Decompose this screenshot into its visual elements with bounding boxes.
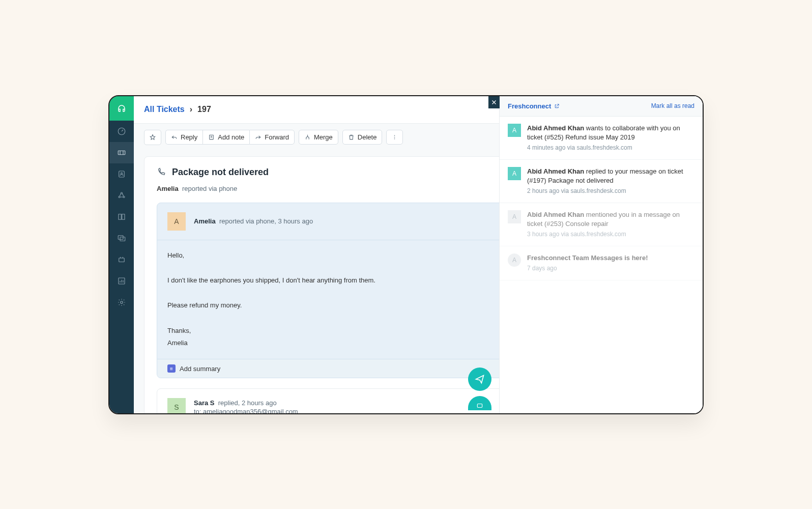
- svg-point-15: [394, 138, 395, 139]
- svg-rect-8: [120, 237, 125, 241]
- ticket-title: Package not delivered: [172, 167, 269, 178]
- avatar: A: [508, 167, 521, 180]
- robot-icon: [117, 255, 126, 264]
- notification-panel: Freshconnect Mark all as read AAbid Ahme…: [499, 96, 703, 413]
- sidebar: [109, 96, 134, 413]
- message-header: A Amelia reported via phone, 3 hours ago: [157, 203, 557, 240]
- notification-item[interactable]: AAbid Ahmed Khan mentioned you in a mess…: [500, 203, 703, 246]
- logo[interactable]: [109, 96, 134, 121]
- message-from: Amelia reported via phone, 3 hours ago: [194, 217, 313, 225]
- breadcrumb-id: 197: [197, 105, 211, 114]
- notification-title[interactable]: Freshconnect: [508, 102, 560, 110]
- note-icon: [208, 134, 215, 140]
- nav-settings[interactable]: [109, 292, 134, 313]
- notification-text: Freshconnect Team Messages is here!7 day…: [527, 253, 648, 273]
- send-icon: [475, 374, 485, 384]
- ticket-meta: Amelia reported via phone: [157, 185, 558, 192]
- chat-icon: [117, 234, 126, 243]
- phone-icon: [157, 167, 166, 177]
- svg-point-11: [121, 301, 123, 303]
- svg-point-3: [121, 173, 123, 174]
- message-customer: A Amelia reported via phone, 3 hours ago…: [157, 203, 558, 379]
- reply-button[interactable]: Reply: [165, 130, 202, 145]
- fab-stack: [468, 367, 491, 410]
- svg-point-5: [119, 196, 120, 197]
- mark-all-read-button[interactable]: Mark all as read: [651, 102, 694, 109]
- notification-text: Abid Ahmed Khan replied to your message …: [527, 167, 694, 195]
- book-icon: [117, 212, 126, 221]
- svg-rect-7: [118, 235, 123, 239]
- close-panel-button[interactable]: [488, 96, 500, 108]
- avatar: A: [508, 210, 521, 223]
- merge-icon: [304, 134, 311, 140]
- nodes-icon: [117, 191, 126, 200]
- star-icon: [149, 134, 156, 141]
- fab-send[interactable]: [468, 367, 491, 391]
- merge-button[interactable]: Merge: [299, 130, 338, 145]
- more-vertical-icon: [391, 134, 398, 140]
- star-button[interactable]: [144, 130, 161, 145]
- message-from: Sara S replied, 2 hours ago: [194, 399, 298, 407]
- headset-icon: [117, 104, 126, 113]
- summary-icon: ≡: [167, 364, 176, 373]
- nav-automations[interactable]: [109, 249, 134, 270]
- svg-rect-1: [118, 151, 125, 155]
- svg-rect-9: [119, 258, 125, 262]
- message-to: to: ameliagoodman356@gmail.com: [194, 408, 298, 413]
- nav-reports[interactable]: [109, 270, 134, 292]
- message-body: Hello, I don't like the earphones you sh…: [157, 240, 557, 359]
- svg-point-6: [123, 196, 125, 197]
- message-agent: S Sara S replied, 2 hours ago to: amelia…: [157, 388, 558, 413]
- nav-social[interactable]: [109, 185, 134, 206]
- more-button[interactable]: [386, 130, 403, 145]
- person-icon: [117, 169, 126, 179]
- close-icon: [491, 99, 497, 105]
- trash-icon: [348, 134, 355, 140]
- ticket-title-row: Package not delivered: [157, 167, 558, 178]
- notification-text: Abid Ahmed Khan mentioned you in a messa…: [527, 210, 694, 239]
- notification-item[interactable]: AAbid Ahmed Khan replied to your message…: [500, 160, 703, 203]
- toolbar-group-actions: Reply Add note Forward: [165, 130, 295, 145]
- notification-item[interactable]: AAbid Ahmed Khan wants to collaborate wi…: [500, 117, 703, 160]
- notification-item[interactable]: AFreshconnect Team Messages is here!7 da…: [500, 246, 703, 280]
- external-link-icon: [554, 103, 560, 109]
- chevron-right-icon: ›: [190, 105, 192, 114]
- add-summary-button[interactable]: ≡ Add summary: [157, 359, 557, 378]
- avatar: A: [508, 124, 521, 137]
- delete-button[interactable]: Delete: [342, 130, 383, 145]
- app-frame: All Tickets › 197 Reply Add note Forwar: [108, 95, 704, 414]
- chart-icon: [117, 276, 126, 286]
- notification-list: AAbid Ahmed Khan wants to collaborate wi…: [500, 117, 703, 281]
- reply-icon: [171, 134, 178, 140]
- forward-button[interactable]: Forward: [249, 130, 295, 145]
- svg-point-13: [394, 135, 395, 136]
- notification-text: Abid Ahmed Khan wants to collaborate wit…: [527, 124, 694, 152]
- avatar: S: [167, 398, 186, 413]
- breadcrumb-link[interactable]: All Tickets: [144, 105, 185, 114]
- svg-rect-16: [477, 404, 482, 407]
- gear-icon: [117, 298, 126, 307]
- fab-secondary[interactable]: [468, 396, 491, 410]
- message-header: S Sara S replied, 2 hours ago to: amelia…: [157, 389, 557, 413]
- ticket-icon: [117, 148, 126, 157]
- notification-header: Freshconnect Mark all as read: [500, 96, 703, 117]
- nav-tickets[interactable]: [109, 142, 134, 163]
- nav-solutions[interactable]: [109, 206, 134, 228]
- avatar: A: [167, 212, 186, 231]
- card-icon: [475, 402, 484, 409]
- gauge-icon: [117, 127, 126, 136]
- nav-dashboard[interactable]: [109, 121, 134, 142]
- forward-icon: [255, 134, 262, 140]
- svg-point-14: [394, 137, 395, 138]
- avatar: A: [508, 253, 521, 267]
- nav-contacts[interactable]: [109, 163, 134, 185]
- add-note-button[interactable]: Add note: [202, 130, 249, 145]
- nav-forums[interactable]: [109, 228, 134, 249]
